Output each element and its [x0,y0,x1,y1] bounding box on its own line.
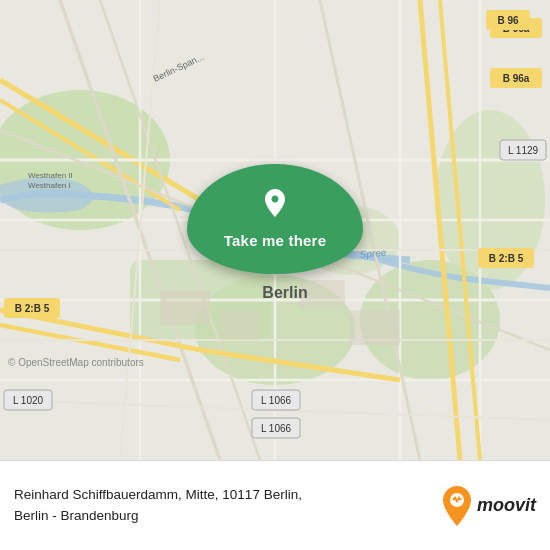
svg-text:Westhafen I: Westhafen I [28,181,71,190]
svg-text:L 1066: L 1066 [261,423,292,434]
svg-text:Westhafen II: Westhafen II [28,171,73,180]
pin-icon [261,189,289,228]
take-me-there-overlay[interactable]: Take me there [187,164,363,274]
svg-text:L 1129: L 1129 [508,145,539,156]
svg-text:Berlin: Berlin [262,284,307,301]
moovit-logo: moovit [441,486,536,526]
bottom-bar: Reinhard Schiffbauerdamm, Mitte, 10117 B… [0,460,550,550]
svg-rect-30 [160,290,210,325]
svg-text:B 96: B 96 [497,15,519,26]
moovit-brand-text: moovit [477,495,536,516]
svg-text:L 1020: L 1020 [13,395,44,406]
svg-rect-33 [350,310,400,345]
svg-text:B 96a: B 96a [503,73,530,84]
svg-text:B 2:B 5: B 2:B 5 [489,253,524,264]
take-me-there-button[interactable]: Take me there [224,232,326,249]
svg-text:L 1066: L 1066 [261,395,292,406]
copyright-text: © OpenStreetMap contributors [8,357,144,368]
location-info: Reinhard Schiffbauerdamm, Mitte, 10117 B… [14,485,441,526]
svg-text:Spree: Spree [359,247,387,260]
svg-text:B 2:B 5: B 2:B 5 [15,303,50,314]
destination-bubble[interactable]: Take me there [187,164,363,274]
map-container: B 96a B 96a B 96 L 1129 B 2:B 5 B 2:B 5 … [0,0,550,460]
svg-rect-31 [220,310,260,340]
moovit-pin-icon [441,486,473,526]
location-name: Reinhard Schiffbauerdamm, Mitte, 10117 B… [14,485,441,526]
